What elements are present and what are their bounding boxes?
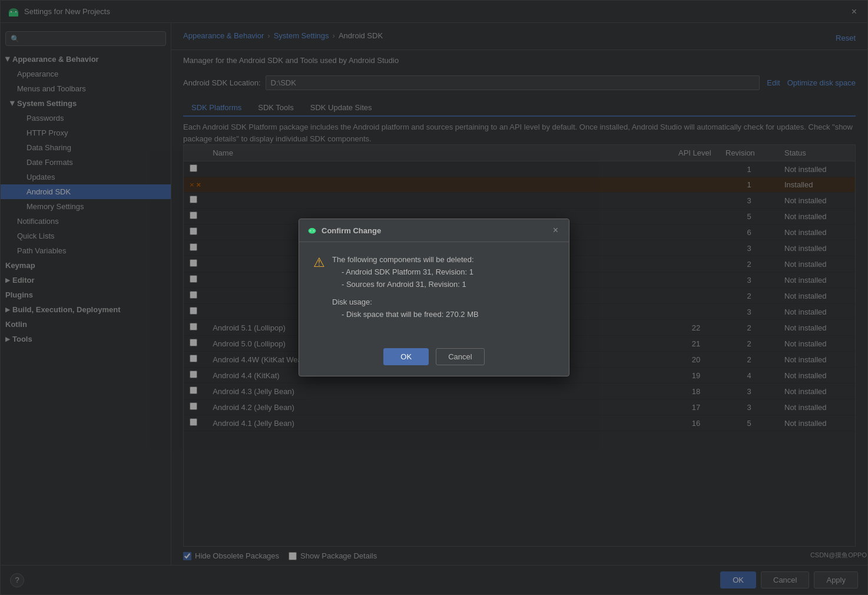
- modal-close-button[interactable]: ×: [551, 225, 561, 236]
- confirm-change-dialog: Confirm Change × ⚠ The following compone…: [299, 219, 569, 376]
- modal-text: The following components will be deleted…: [332, 254, 479, 321]
- watermark: CSDN@摸鱼OPPO: [810, 551, 867, 560]
- modal-title-bar: Confirm Change ×: [299, 219, 569, 242]
- modal-body: ⚠ The following components will be delet…: [299, 242, 569, 342]
- svg-point-5: [310, 230, 311, 232]
- modal-warning-row: ⚠ The following components will be delet…: [313, 254, 555, 321]
- modal-line4: Disk usage:: [332, 296, 479, 309]
- modal-line1: The following components will be deleted…: [332, 254, 479, 266]
- modal-footer: OK Cancel: [299, 342, 569, 376]
- modal-title: Confirm Change: [307, 226, 381, 235]
- modal-line2: - Android SDK Platform 31, Revision: 1: [342, 266, 479, 279]
- modal-line5: - Disk space that will be freed: 270.2 M…: [342, 309, 479, 321]
- modal-ok-button[interactable]: OK: [383, 348, 429, 365]
- modal-cancel-button[interactable]: Cancel: [436, 348, 484, 365]
- svg-point-6: [313, 230, 314, 232]
- modal-overlay: Confirm Change × ⚠ The following compone…: [0, 0, 868, 595]
- warning-icon: ⚠: [313, 255, 325, 270]
- android-icon: [307, 226, 317, 235]
- modal-line3: - Sources for Android 31, Revision: 1: [342, 279, 479, 291]
- svg-point-4: [309, 228, 316, 234]
